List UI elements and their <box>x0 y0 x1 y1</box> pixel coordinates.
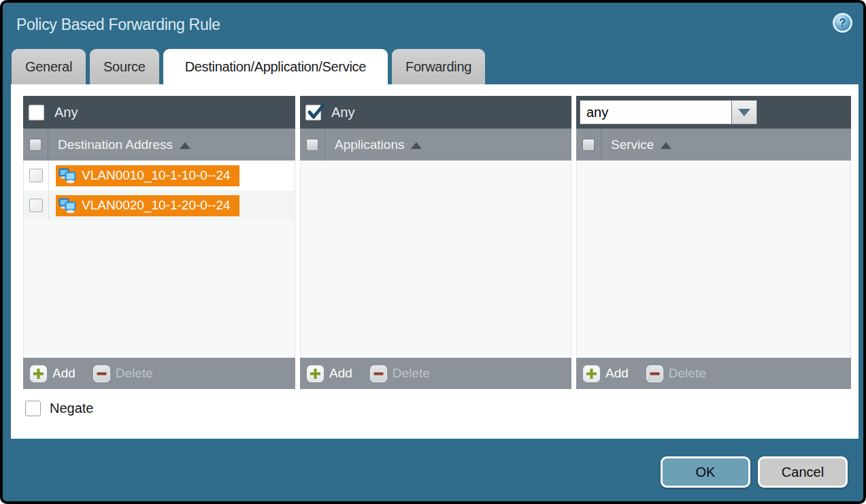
address-object-label: VLAN0020_10-1-20-0--24 <box>82 198 231 213</box>
tab-destination-application-service[interactable]: Destination/Application/Service <box>163 49 388 84</box>
applications-delete-button[interactable]: Delete <box>370 365 430 382</box>
applications-list <box>300 161 571 358</box>
delete-icon <box>646 365 663 382</box>
add-label: Add <box>329 366 352 381</box>
destination-row-checkbox[interactable] <box>29 199 43 212</box>
negate-checkbox[interactable] <box>25 401 41 416</box>
applications-any-checkbox[interactable] <box>305 105 321 120</box>
dialog-title: Policy Based Forwarding Rule <box>16 16 220 34</box>
destination-address-column: Any Destination Address <box>23 96 295 389</box>
add-label: Add <box>605 366 629 381</box>
applications-any-label: Any <box>331 105 354 120</box>
destination-header-label[interactable]: Destination Address <box>58 137 173 152</box>
tab-forwarding[interactable]: Forwarding <box>392 49 485 84</box>
service-footer: Add Delete <box>576 358 851 389</box>
applications-column-header: Applications <box>300 129 571 161</box>
table-row: VLAN0020_10-1-20-0--24 <box>24 190 295 220</box>
tab-content-panel: Any Destination Address <box>11 84 859 439</box>
sort-ascending-icon <box>411 142 422 149</box>
applications-add-button[interactable]: Add <box>307 365 352 382</box>
delete-label: Delete <box>393 366 430 381</box>
ok-button[interactable]: OK <box>661 456 750 488</box>
tab-bar: General Source Destination/Application/S… <box>12 49 485 84</box>
destination-list: VLAN0010_10-1-10-0--24 <box>23 161 295 358</box>
applications-select-all-checkbox[interactable] <box>306 139 318 151</box>
sort-ascending-icon <box>661 142 671 149</box>
table-row: VLAN0010_10-1-10-0--24 <box>24 161 295 190</box>
delete-label: Delete <box>116 366 153 381</box>
destination-column-header: Destination Address <box>23 129 295 161</box>
service-delete-button[interactable]: Delete <box>646 365 706 382</box>
service-dropdown[interactable]: any <box>580 100 757 124</box>
add-icon <box>583 365 600 382</box>
add-icon <box>307 365 324 382</box>
cancel-button[interactable]: Cancel <box>758 456 848 488</box>
negate-row: Negate <box>25 401 94 416</box>
address-object-vlan0010[interactable]: VLAN0010_10-1-10-0--24 <box>56 165 239 186</box>
service-add-button[interactable]: Add <box>583 365 629 382</box>
delete-icon <box>370 365 387 382</box>
applications-column: Any Applications Add <box>300 96 571 389</box>
delete-label: Delete <box>669 366 706 381</box>
destination-row-checkbox[interactable] <box>29 169 43 182</box>
service-dropdown-bar: any <box>576 96 851 129</box>
service-dropdown-button[interactable] <box>732 100 757 124</box>
service-header-label[interactable]: Service <box>611 137 654 152</box>
address-object-vlan0020[interactable]: VLAN0020_10-1-20-0--24 <box>56 195 239 216</box>
destination-select-all-checkbox[interactable] <box>29 139 41 151</box>
delete-icon <box>93 365 110 382</box>
tab-source[interactable]: Source <box>90 49 159 84</box>
applications-footer: Add Delete <box>300 358 571 389</box>
policy-based-forwarding-dialog: Policy Based Forwarding Rule ? General S… <box>0 0 866 504</box>
address-object-icon <box>59 198 77 214</box>
applications-header-label[interactable]: Applications <box>335 137 404 152</box>
destination-any-checkbox[interactable] <box>29 105 44 120</box>
destination-any-label: Any <box>54 105 78 120</box>
address-object-label: VLAN0010_10-1-10-0--24 <box>82 168 231 183</box>
address-object-icon <box>59 168 77 184</box>
add-icon <box>30 365 47 382</box>
sort-ascending-icon <box>180 142 190 149</box>
destination-add-button[interactable]: Add <box>30 365 76 382</box>
service-column: any Service Add <box>576 96 851 389</box>
negate-label: Negate <box>50 401 94 416</box>
chevron-down-icon <box>738 109 750 116</box>
destination-delete-button[interactable]: Delete <box>93 365 153 382</box>
service-list <box>576 161 851 358</box>
tab-general[interactable]: General <box>12 49 86 84</box>
service-select-all-checkbox[interactable] <box>582 139 595 151</box>
destination-footer: Add Delete <box>23 358 295 389</box>
checkmark-icon <box>307 103 326 122</box>
service-column-header: Service <box>576 129 851 161</box>
destination-any-bar: Any <box>23 96 295 129</box>
service-dropdown-value[interactable]: any <box>580 100 732 124</box>
applications-any-bar: Any <box>300 96 571 129</box>
help-icon[interactable]: ? <box>833 13 852 33</box>
add-label: Add <box>52 366 76 381</box>
